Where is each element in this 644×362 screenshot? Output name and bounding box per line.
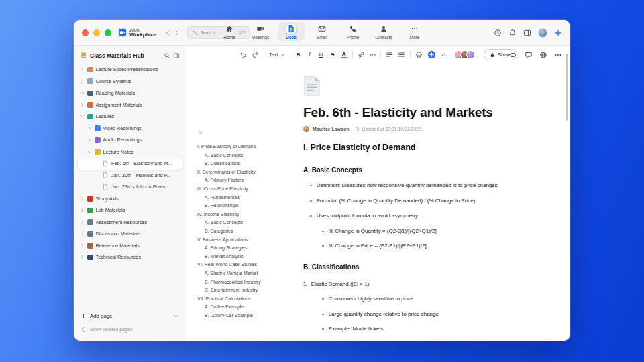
comment-icon[interactable] — [525, 51, 533, 59]
new-item-plus-icon[interactable] — [554, 29, 562, 37]
sidebar-item-reading-materials[interactable]: Reading Materials — [78, 87, 182, 99]
outline-item-iii-cross-price-elasticity[interactable]: III. Cross-Price Elasticity — [197, 185, 286, 194]
nav-back-button[interactable] — [164, 29, 171, 36]
sidebar-item-discussion-materials[interactable]: Discussion Materials — [78, 228, 182, 240]
outline-item-c-entertainment-industry[interactable]: C. Entertainment Industry — [197, 286, 286, 295]
numbered-item: 1.Elastic Demand (|E| > 1) — [303, 281, 545, 287]
show-deleted-pages-button[interactable]: Show deleted pages — [80, 326, 179, 333]
history-icon[interactable] — [494, 29, 502, 37]
chevron-right-icon[interactable] — [80, 196, 85, 201]
strikethrough-button[interactable]: S — [329, 51, 336, 58]
collapse-toolbar-icon[interactable] — [441, 52, 447, 58]
sidebar-item-lab-materials[interactable]: Lab Materials — [78, 204, 182, 217]
outline-item-b-categories[interactable]: B. Categories — [197, 227, 286, 236]
chevron-right-icon[interactable] — [80, 231, 85, 236]
sidebar-item-lectures[interactable]: Lectures — [78, 111, 182, 123]
underline-button[interactable]: U — [318, 51, 325, 58]
sidebar-item-feb-6th-elasticity-and-m[interactable]: Feb. 6th - Elasticity and M... — [78, 158, 182, 170]
redo-icon[interactable] — [252, 51, 259, 58]
outline-item-a-fundamentals[interactable]: A. Fundamentals — [197, 194, 286, 202]
sidebar-item-lecture-slides-presentations[interactable]: Lecture Slides/Presentations — [78, 64, 182, 76]
chevron-down-icon[interactable] — [87, 149, 92, 154]
close-window-button[interactable] — [82, 29, 89, 36]
tab-email[interactable]: Email — [309, 22, 335, 41]
bold-button[interactable]: B — [295, 51, 302, 58]
outline-item-ii-determinants-of-elasticity[interactable]: II. Determinants of Elasticity — [197, 168, 286, 177]
tab-more[interactable]: More — [401, 22, 428, 41]
doc-page[interactable]: Feb. 6th - Elasticity and Markets Mauric… — [288, 64, 570, 341]
globe-icon[interactable] — [539, 51, 547, 59]
sidebar-search-icon[interactable] — [164, 52, 170, 59]
tab-contacts[interactable]: Contacts — [370, 22, 397, 41]
undo-icon[interactable] — [239, 51, 247, 58]
insert-plus-icon[interactable] — [427, 50, 436, 59]
outline-item-b-pharmaceutical-industry[interactable]: B. Pharmaceutical Industry — [197, 278, 286, 287]
outline-item-vii-practical-calculations[interactable]: VII. Practical Calculations — [197, 295, 286, 304]
code-button[interactable]: </> — [370, 51, 376, 58]
nav-forward-button[interactable] — [174, 29, 180, 36]
sidebar-item-assessment-resources[interactable]: Assessment Resources — [78, 217, 182, 229]
doc-heading-a-basic-concepts: A. Basic Concepts — [303, 166, 545, 174]
sidebar-item-audio-recordings[interactable]: Audio Recordings — [78, 134, 182, 146]
chevron-right-icon[interactable] — [80, 220, 85, 225]
outline-item-vi-real-world-case-studies[interactable]: VI. Real-World Case Studies — [197, 261, 286, 269]
outline-item-a-coffee-example[interactable]: A. Coffee Example — [197, 303, 286, 312]
sidebar-item-video-recordings[interactable]: Video Recordings — [78, 123, 182, 135]
chevron-right-icon[interactable] — [80, 67, 85, 72]
align-list-icon[interactable] — [386, 51, 393, 58]
outline-item-i-price-elasticity-of-demand[interactable]: I. Price Elasticity of Demand — [197, 143, 286, 152]
chevron-right-icon[interactable] — [80, 208, 85, 213]
maximize-window-button[interactable] — [105, 29, 111, 36]
tab-meetings[interactable]: Meetings — [247, 22, 274, 41]
chevron-down-icon[interactable] — [80, 114, 85, 119]
tab-phone[interactable]: Phone — [339, 22, 366, 41]
outline-item-a-electric-vehicle-market[interactable]: A. Electric Vehicle Market — [197, 269, 286, 278]
vertical-scrollbar[interactable] — [566, 54, 568, 121]
tab-home[interactable]: Home — [216, 22, 243, 41]
panel-toggle-icon[interactable] — [523, 29, 531, 37]
user-avatar[interactable] — [538, 28, 547, 38]
outline-item-iv-income-elasticity[interactable]: IV. Income Elasticity — [197, 210, 286, 219]
sidebar-collapse-icon[interactable] — [173, 52, 180, 59]
outline-item-a-basic-concepts[interactable]: A. Basic Concepts — [197, 219, 286, 227]
outline-item-a-basic-concepts[interactable]: A. Basic Concepts — [197, 152, 286, 160]
chevron-right-icon[interactable] — [80, 243, 85, 248]
emoji-icon[interactable] — [415, 51, 423, 58]
document-title[interactable]: Feb. 6th - Elasticity and Markets — [303, 105, 545, 120]
outline-item-b-luxury-car-example[interactable]: B. Luxury Car Example — [197, 312, 286, 320]
outline-item-v-business-applications[interactable]: V. Business Applications — [197, 236, 286, 245]
text-style-dropdown[interactable]: Text — [269, 52, 285, 58]
chevron-right-icon[interactable] — [87, 126, 92, 131]
minimize-window-button[interactable] — [93, 29, 100, 36]
outline-item-b-classifications[interactable]: B. Classifications — [197, 160, 286, 168]
sidebar-item-jan-23rd-intro-to-econo[interactable]: Jan. 23rd - Intro to Econo... — [78, 181, 182, 193]
outline-collapse-icon[interactable] — [197, 129, 203, 135]
collaborator-avatar[interactable] — [466, 50, 475, 59]
notifications-bell-icon[interactable] — [508, 29, 517, 37]
camera-icon[interactable] — [510, 51, 518, 59]
add-page-chevron-icon[interactable] — [173, 313, 179, 319]
sidebar-item-course-syllabus[interactable]: Course Syllabus — [78, 76, 182, 88]
bullet-list-icon[interactable] — [398, 51, 405, 58]
sidebar-item-technical-resources[interactable]: Technical Resources — [78, 251, 182, 263]
chevron-right-icon[interactable] — [87, 137, 92, 142]
add-page-button[interactable]: Add page — [80, 313, 179, 319]
sidebar-item-assignment-materials[interactable]: Assignment Materials — [78, 99, 182, 111]
chevron-down-icon[interactable] — [80, 90, 85, 95]
chevron-right-icon[interactable] — [80, 255, 85, 259]
italic-button[interactable]: I — [307, 51, 313, 58]
outline-item-a-pricing-strategies[interactable]: A. Pricing Strategies — [197, 244, 286, 253]
chevron-right-icon[interactable] — [80, 79, 85, 84]
sidebar-item-jan-30th-markets-and-p[interactable]: Jan. 30th - Markets and P... — [78, 170, 182, 182]
sidebar-item-lecture-notes[interactable]: Lecture Notes — [78, 146, 182, 158]
tab-docs[interactable]: Docs — [278, 22, 305, 41]
font-color-button[interactable]: A — [341, 51, 347, 58]
outline-item-b-market-analysis[interactable]: B. Market Analysis — [197, 253, 286, 261]
outline-item-b-relationships[interactable]: B. Relationships — [197, 202, 286, 210]
sidebar-item-reference-materials[interactable]: Reference Materials — [78, 240, 182, 252]
chevron-right-icon[interactable] — [80, 103, 85, 107]
more-options-icon[interactable] — [554, 51, 562, 59]
outline-item-a-primary-factors[interactable]: A. Primary Factors — [197, 176, 286, 185]
link-icon[interactable] — [358, 51, 365, 58]
sidebar-item-study-aids[interactable]: Study Aids — [78, 193, 182, 205]
